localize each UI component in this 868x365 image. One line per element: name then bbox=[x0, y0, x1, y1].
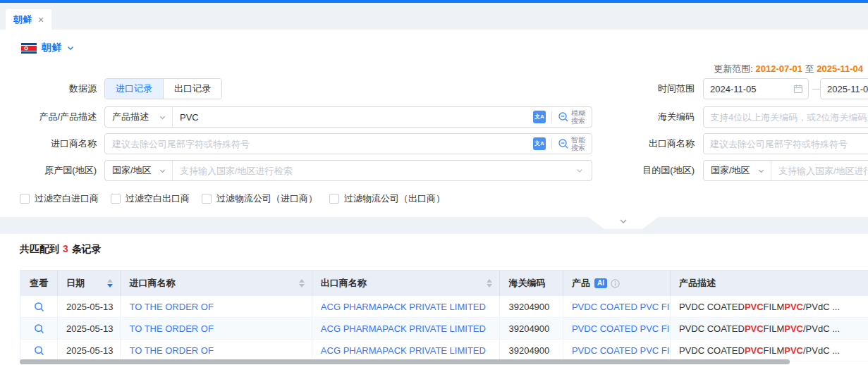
sort-icons[interactable] bbox=[299, 279, 305, 287]
divider bbox=[551, 138, 552, 149]
chevron-down-icon bbox=[159, 113, 166, 121]
export-records-option[interactable]: 出口记录 bbox=[164, 79, 221, 99]
checkbox-icon[interactable] bbox=[202, 194, 212, 204]
ai-badge: AI bbox=[594, 278, 607, 288]
col-header-importer[interactable]: 进口商名称 bbox=[121, 271, 312, 296]
horizontal-scrollbar bbox=[20, 359, 868, 364]
destination-label: 目的国(地区) bbox=[603, 160, 695, 181]
col-header-hs: 海关编码 bbox=[500, 271, 563, 296]
col-header-exporter[interactable]: 出口商名称 bbox=[312, 271, 501, 296]
cell-product-desc: PVDC COATED PVC FILM PVC/PVdC ... bbox=[671, 318, 868, 339]
table-body: 2025-05-13 TO THE ORDER OF ACG PHARMAPAC… bbox=[20, 296, 868, 361]
time-range-label: 时间范围 bbox=[603, 78, 695, 99]
cell-importer-link[interactable]: TO THE ORDER OF bbox=[121, 340, 312, 361]
update-range-from: 2012-07-01 bbox=[755, 63, 802, 74]
exporter-input[interactable] bbox=[703, 133, 868, 154]
chevron-down-icon[interactable] bbox=[575, 166, 592, 175]
translate-icon[interactable]: 文A bbox=[533, 111, 546, 123]
cell-product-link[interactable]: PVDC COATED PVC FIL... bbox=[563, 296, 671, 317]
origin-select-control: 国家/地区 bbox=[104, 160, 592, 181]
cell-product-link[interactable]: PVDC COATED PVC FIL... bbox=[563, 318, 671, 339]
product-type-value: 产品描述 bbox=[112, 111, 149, 123]
cell-product-desc: PVDC COATED PVC FILM PVC/PVdC ... bbox=[671, 340, 868, 361]
smart-search-button[interactable]: 智能搜索 bbox=[558, 136, 592, 151]
calendar-icon[interactable] bbox=[793, 84, 803, 94]
checkbox-label: 过滤空白出口商 bbox=[126, 192, 190, 205]
cell-importer-link[interactable]: TO THE ORDER OF bbox=[121, 296, 312, 317]
date-from-field[interactable] bbox=[703, 78, 809, 99]
origin-input[interactable] bbox=[173, 161, 575, 180]
cell-importer-link[interactable]: TO THE ORDER OF bbox=[121, 318, 312, 339]
destination-select-control: 国家/地区 bbox=[703, 160, 868, 181]
cell-hs-code: 39204900 bbox=[500, 296, 563, 317]
tab-title: 朝鲜 bbox=[13, 13, 32, 26]
import-records-option[interactable]: 进口记录 bbox=[105, 79, 164, 99]
translate-icon[interactable]: 文A bbox=[533, 137, 546, 150]
tab-close-icon[interactable]: × bbox=[38, 15, 44, 25]
search-minus-icon bbox=[558, 111, 569, 123]
hs-code-input[interactable] bbox=[703, 106, 868, 128]
update-range-to: 2025-11-04 bbox=[817, 63, 863, 74]
divider bbox=[551, 111, 552, 123]
col-header-desc: 产品描述 bbox=[671, 271, 868, 296]
checkbox-label: 过滤空白进口商 bbox=[35, 192, 99, 205]
chevron-down-icon bbox=[618, 217, 628, 225]
product-input[interactable] bbox=[173, 107, 533, 127]
chevron-down-icon bbox=[757, 167, 765, 175]
filter-checkbox-row: 过滤空白进口商 过滤空白出口商 过滤物流公司（进口商） 过滤物流公司（出口商） bbox=[20, 192, 445, 205]
scrollbar-thumb[interactable] bbox=[20, 359, 790, 364]
view-record-button[interactable] bbox=[34, 323, 44, 334]
checkbox-label: 过滤物流公司（出口商） bbox=[344, 192, 445, 205]
cell-exporter-link[interactable]: ACG PHARMAPACK PRIVATE LIMITED bbox=[312, 340, 501, 361]
cell-hs-code: 39204900 bbox=[500, 340, 563, 361]
cell-date: 2025-05-13 bbox=[58, 318, 121, 339]
product-type-select[interactable]: 产品描述 bbox=[105, 107, 173, 127]
country-selector[interactable]: 朝鲜 bbox=[21, 42, 75, 54]
info-icon[interactable] bbox=[611, 279, 620, 288]
importer-label: 进口商名称 bbox=[0, 133, 97, 154]
filter-checkbox[interactable]: 过滤空白出口商 bbox=[111, 192, 190, 205]
view-record-button[interactable] bbox=[34, 345, 44, 356]
view-record-button[interactable] bbox=[34, 302, 44, 312]
tab-korea[interactable]: 朝鲜 × bbox=[6, 9, 51, 30]
fuzzy-search-label: 模糊搜索 bbox=[571, 109, 585, 125]
importer-input[interactable] bbox=[105, 134, 533, 154]
app-window: 朝鲜 × 朝鲜 更新范围: 2012-07-01 至 2025-11-04 数据… bbox=[0, 0, 868, 365]
checkbox-icon[interactable] bbox=[329, 194, 339, 204]
filter-checkbox[interactable]: 过滤物流公司（出口商） bbox=[329, 192, 445, 205]
search-minus-icon bbox=[558, 138, 569, 149]
origin-label: 原产国(地区) bbox=[0, 160, 97, 181]
checkbox-icon[interactable] bbox=[20, 194, 30, 204]
north-korea-flag-icon bbox=[21, 43, 37, 54]
destination-input[interactable] bbox=[771, 161, 868, 180]
panel-divider-band bbox=[0, 217, 868, 234]
fuzzy-search-button[interactable]: 模糊搜索 bbox=[558, 109, 592, 125]
cell-exporter-link[interactable]: ACG PHARMAPACK PRIVATE LIMITED bbox=[312, 318, 501, 339]
origin-type-select[interactable]: 国家/地区 bbox=[105, 161, 173, 180]
hs-code-label: 海关编码 bbox=[603, 106, 695, 128]
cell-exporter-link[interactable]: ACG PHARMAPACK PRIVATE LIMITED bbox=[312, 296, 501, 317]
destination-type-select[interactable]: 国家/地区 bbox=[704, 161, 771, 180]
filter-checkbox[interactable]: 过滤空白进口商 bbox=[20, 192, 99, 205]
filter-checkbox[interactable]: 过滤物流公司（进口商） bbox=[202, 192, 317, 205]
sort-icons[interactable] bbox=[487, 279, 492, 287]
data-source-toggle: 进口记录 出口记录 bbox=[104, 78, 222, 99]
chevron-down-icon bbox=[66, 44, 75, 52]
cell-product-link[interactable]: PVDC COATED PVC FIL... bbox=[563, 340, 671, 361]
date-to-input[interactable] bbox=[820, 78, 868, 99]
summary-suffix: 条记录 bbox=[72, 243, 102, 254]
table-header: 查看 日期 进口商名称 出口商名称 bbox=[20, 271, 868, 296]
cell-date: 2025-05-13 bbox=[58, 340, 121, 361]
table-row: 2025-05-13 TO THE ORDER OF ACG PHARMAPAC… bbox=[20, 318, 868, 340]
country-name: 朝鲜 bbox=[42, 42, 61, 54]
table-row: 2025-05-13 TO THE ORDER OF ACG PHARMAPAC… bbox=[20, 296, 868, 318]
checkbox-icon[interactable] bbox=[111, 194, 121, 204]
date-to-field[interactable] bbox=[820, 78, 868, 99]
sort-icons[interactable] bbox=[107, 279, 113, 287]
col-header-date[interactable]: 日期 bbox=[58, 271, 121, 296]
result-count: 3 bbox=[59, 243, 72, 254]
product-search-control: 产品描述 文A 模糊搜索 bbox=[104, 106, 592, 128]
exporter-label: 出口商名称 bbox=[603, 133, 695, 154]
destination-type-value: 国家/地区 bbox=[711, 164, 750, 177]
table-row: 2025-05-13 TO THE ORDER OF ACG PHARMAPAC… bbox=[20, 340, 868, 361]
